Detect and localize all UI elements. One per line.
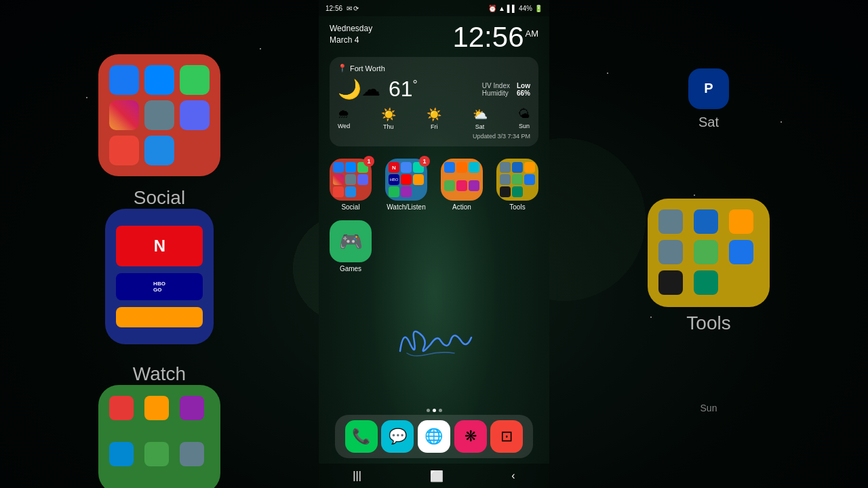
social-folder-grid[interactable]: 1 [330, 159, 372, 201]
messenger-icon-left [144, 65, 174, 95]
games-folder-left [98, 385, 220, 488]
social-folder-left [98, 54, 220, 176]
action-folder[interactable]: Action [441, 159, 483, 211]
recent-apps-button[interactable]: ||| [342, 464, 372, 487]
hbo-mini: HBO [389, 174, 399, 185]
screencap-icon-symbol: ⊡ [500, 428, 513, 445]
games-folder[interactable]: 🎮 Games [330, 220, 372, 272]
speeko-dock-icon[interactable]: 💬 [381, 420, 414, 453]
humidity-value: 66% [517, 89, 530, 97]
navigation-bar: ||| ⬜ ‹ [319, 464, 549, 488]
tools-label-right: Tools [686, 312, 730, 334]
action3-mini [469, 162, 479, 173]
calendar-icon-right [694, 209, 718, 234]
sat-label: Sat [475, 123, 485, 130]
forecast-sat: ⛅ Sat [473, 107, 488, 130]
time-display: 12:56AM [452, 23, 538, 52]
translate-mini [524, 174, 535, 185]
translate-icon-right [729, 240, 753, 264]
app6-mini [413, 174, 424, 185]
calc-mini [524, 162, 535, 173]
game4-icon [109, 442, 134, 466]
weather-widget[interactable]: 📍 Fort Worth 🌙☁ 61° UV Index Low Hum [330, 57, 538, 146]
phone-dock-icon[interactable]: 📞 [345, 420, 378, 453]
messages-icon-left [180, 65, 210, 95]
forecast-thu: ☀️ Thu [381, 107, 396, 130]
app8-mini [401, 186, 412, 197]
game2-icon [144, 396, 169, 420]
social-folder-label: Social [341, 203, 359, 211]
tools-folder-right [648, 199, 770, 307]
location-pin-icon: 📍 [338, 64, 347, 73]
watch-folder-grid[interactable]: 1 N HBO [385, 159, 427, 201]
app-folders-row: 1 Social 1 N [330, 159, 538, 211]
weather-main-row: 🌙☁ 61° UV Index Low Humidity 66% [338, 77, 530, 102]
weather-temperature: 61° [389, 77, 418, 102]
calc-icon-right [729, 209, 753, 234]
action1-mini [444, 162, 455, 173]
playstore-mini [512, 186, 523, 197]
weather-location: 📍 Fort Worth [338, 64, 530, 73]
game5-icon [144, 442, 169, 466]
sun-label: Sun [519, 123, 530, 129]
side-panel-right: P Sat Tools Sun [549, 0, 868, 488]
status-bar: 12:56 ✉ ⟳ ⏰ ▲ ▌▌ 44% 🔋 [319, 0, 549, 16]
tools-folder[interactable]: Tools [496, 159, 538, 211]
discord-mini [357, 174, 368, 185]
uv-value: Low [517, 82, 530, 89]
speedtest-icon-right [658, 270, 683, 295]
weather-details: UV Index Low Humidity 66% [482, 82, 530, 97]
tools-folder-grid[interactable] [496, 159, 538, 201]
action2-mini [456, 162, 467, 173]
contacts-mini [345, 174, 356, 185]
calendar-mini [512, 162, 523, 173]
location-name: Fort Worth [350, 64, 385, 73]
weather-condition-icon: 🌙☁ [338, 78, 380, 100]
home-button[interactable]: ⬜ [419, 464, 454, 488]
fri-icon: ☀️ [427, 107, 441, 122]
spotify-mini [389, 186, 399, 197]
month-day: March 4 [330, 35, 372, 46]
social-folder[interactable]: 1 Social [330, 159, 372, 211]
wed-icon: 🌧 [338, 107, 350, 121]
chrome-icon-symbol: 🌐 [425, 428, 443, 445]
side-panel-left: Social N HBOGO Watch [0, 0, 319, 488]
game3-icon [180, 396, 204, 420]
petal-dock-icon[interactable]: ❋ [454, 420, 487, 453]
uv-row: UV Index Low [482, 82, 530, 89]
clock-mini [500, 162, 511, 173]
speedtest-mini [500, 186, 511, 197]
messenger-mini [345, 162, 356, 173]
facebook-icon-left [109, 65, 139, 95]
back-button[interactable]: ‹ [500, 464, 526, 487]
forecast-wed: 🌧 Wed [338, 107, 350, 130]
status-time: 12:56 [326, 5, 342, 12]
action-folder-grid[interactable] [441, 159, 483, 201]
signal-icon: ▌▌ [507, 5, 517, 12]
screencap-dock-icon[interactable]: ⊡ [490, 420, 523, 453]
status-right: ⏰ ▲ ▌▌ 44% 🔋 [488, 5, 542, 12]
social-badge: 1 [363, 156, 374, 167]
temp-value: 61 [389, 77, 413, 102]
email-icon-left [109, 136, 139, 165]
game6-icon [180, 442, 204, 466]
battery-icon: 🔋 [534, 5, 542, 12]
time-value: 12:56 [452, 21, 524, 53]
thu-label: Thu [383, 123, 394, 130]
samsung-msg-icon-left [144, 136, 174, 165]
wifi-icon: ▲ [498, 5, 505, 12]
humidity-label: Humidity [482, 89, 509, 97]
phone-icon-symbol: 📞 [352, 428, 370, 445]
email-mini [333, 186, 344, 197]
signature-area [330, 275, 538, 406]
watch-listen-folder[interactable]: 1 N HBO Watch/Listen [385, 159, 427, 211]
phone-content: Wednesday March 4 12:56AM 📍 Fort Worth 🌙… [319, 16, 549, 464]
games-folder-icon[interactable]: 🎮 [330, 220, 372, 262]
status-left: 12:56 ✉ ⟳ [326, 5, 359, 12]
wed-label: Wed [338, 123, 350, 129]
game1-icon [109, 396, 134, 420]
watch-folder-label: Watch/Listen [387, 203, 425, 211]
chrome-dock-icon[interactable]: 🌐 [418, 420, 450, 453]
app-dock: 📞 💬 🌐 ❋ ⊡ [335, 415, 533, 458]
weather-forecast: 🌧 Wed ☀️ Thu ☀️ Fri ⛅ Sat 🌤 Sun [338, 107, 530, 130]
